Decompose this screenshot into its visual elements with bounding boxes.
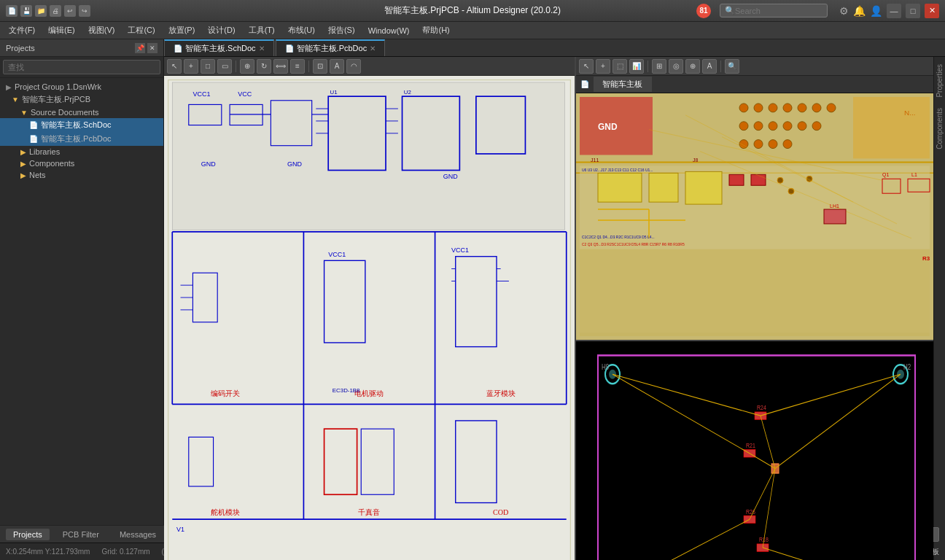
notification-icon[interactable]: 🔔 — [853, 5, 866, 17]
menu-window[interactable]: Window(W) — [362, 25, 416, 36]
settings-icon[interactable]: ⚙ — [839, 5, 849, 17]
tab-projects[interactable]: Projects — [6, 529, 50, 540]
pcb-select-tool[interactable]: ↖ — [579, 59, 594, 74]
menu-help[interactable]: 帮助(H) — [416, 23, 455, 37]
menu-place[interactable]: 放置(P) — [163, 23, 201, 37]
sch-rotate-tool[interactable]: ↻ — [257, 59, 271, 74]
file-icon[interactable]: 📄 — [6, 5, 18, 17]
pcb-chart-tool[interactable]: 📊 — [629, 59, 644, 74]
project-group-label: Project Group 1.DsnWrk — [15, 82, 101, 91]
menu-file[interactable]: 文件(F) — [3, 23, 41, 37]
pad-4 — [783, 104, 792, 112]
pcb-top-svg: GND — [576, 93, 933, 340]
folder-icon[interactable]: 📁 — [35, 5, 47, 17]
pcb-route-tool[interactable]: ⊞ — [652, 59, 666, 74]
components-tab[interactable]: Components — [934, 104, 945, 154]
notification-badge[interactable]: 81 — [696, 4, 711, 18]
sheet-label-6: COD — [493, 508, 508, 516]
pcb-main-tab[interactable]: 智能车主板 — [594, 77, 652, 92]
search-box[interactable]: 🔍 — [720, 4, 828, 18]
h9-label: H9 — [602, 363, 609, 371]
sch-wire-tool[interactable]: □ — [201, 59, 215, 74]
menu-tools[interactable]: 工具(T) — [243, 23, 281, 37]
maximize-button[interactable]: □ — [906, 4, 920, 18]
pad-13 — [812, 122, 821, 131]
pcb-toolbar-sep-2 — [720, 61, 721, 72]
tree-source-docs[interactable]: ▼ Source Documents — [0, 106, 163, 118]
pcb-component-view[interactable]: GND — [576, 93, 933, 341]
pin-button[interactable]: 📌 — [135, 43, 145, 53]
redo-icon[interactable]: ↪ — [79, 5, 90, 17]
tree-components[interactable]: ▶ Components — [0, 158, 163, 169]
search-input[interactable] — [735, 7, 822, 15]
close-button[interactable]: ✕ — [925, 4, 939, 18]
j8-label: J8 — [693, 158, 699, 163]
components-label: Components — [29, 159, 74, 168]
undo-icon[interactable]: ↩ — [64, 5, 76, 17]
tree-project-group[interactable]: ▶ Project Group 1.DsnWrk — [0, 81, 163, 93]
pcb-tab-close[interactable]: ✕ — [370, 44, 376, 52]
menu-project[interactable]: 工程(C) — [122, 23, 160, 37]
menu-view[interactable]: 视图(V) — [82, 23, 121, 37]
sch-toolbar: ↖ + □ ▭ ⊕ ↻ ⟺ ≡ ⊡ A ◠ — [164, 57, 575, 76]
pcb-tab-label: 智能车主板.PcbDoc — [297, 43, 368, 54]
save-icon[interactable]: 💾 — [20, 5, 32, 17]
tree-sch-file[interactable]: 📄 智能车主板.SchDoc — [0, 118, 163, 132]
sch-file-icon: 📄 — [29, 121, 38, 129]
pcb-pad-tool[interactable]: ⊕ — [685, 59, 700, 74]
sch-tab-close[interactable]: ✕ — [259, 44, 265, 52]
sch-text-tool[interactable]: A — [330, 59, 344, 74]
properties-tab[interactable]: Properties — [934, 60, 945, 102]
component-dense-text-3: C2 Q3 Q5...D3 R2SC1C1UC9 D5L4 R8R C15R7 … — [582, 242, 685, 246]
tree-project[interactable]: ▼ 智能车主板.PrjPCB — [0, 93, 163, 106]
sch-zoom-fit[interactable]: ⊡ — [313, 59, 327, 74]
ic-pcb-3 — [685, 171, 722, 204]
minimize-button[interactable]: — — [887, 4, 901, 18]
tree-libraries[interactable]: ▶ Libraries — [0, 146, 163, 158]
schematic-canvas[interactable]: VCC1 VCC — [164, 76, 575, 560]
source-docs-folder-icon: ▼ — [20, 109, 28, 117]
tab-pcb-filter[interactable]: PCB Filter — [55, 529, 106, 540]
sch-add-tool[interactable]: + — [184, 59, 198, 74]
pad-3 — [769, 104, 777, 112]
pcb-via-tool[interactable]: ◎ — [669, 59, 683, 74]
user-icon[interactable]: 👤 — [870, 5, 882, 17]
tab-messages[interactable]: Messages — [112, 529, 163, 540]
lh1-label: LH1 — [830, 203, 839, 209]
pcb-layout-view[interactable]: R24 R21 R26 R18 — [576, 341, 933, 560]
print-icon[interactable]: 🖨 — [50, 5, 61, 17]
close-panel-button[interactable]: ✕ — [147, 43, 158, 53]
menu-design[interactable]: 设计(D) — [202, 23, 241, 37]
sch-select-tool[interactable]: ↖ — [167, 59, 182, 74]
pad-12 — [798, 122, 806, 131]
menu-route[interactable]: 布线(U) — [282, 23, 321, 37]
status-coords: X:0.254mm Y:121.793mm — [6, 548, 90, 556]
menu-report[interactable]: 报告(S) — [322, 23, 361, 37]
pcb-3d-tool[interactable]: ⬚ — [612, 59, 627, 74]
tab-sch[interactable]: 📄 智能车主板.SchDoc ✕ — [164, 39, 274, 56]
project-search-input[interactable] — [3, 60, 160, 74]
component-dense-text-2: C1C2C2 Q1 D4...D3 R2C R1C1UC9 D5 L4... — [582, 235, 655, 239]
sch-bus-tool[interactable]: ▭ — [217, 59, 232, 74]
pcb-add-tool[interactable]: + — [596, 59, 610, 74]
pcb-file-icon-tab: 📄 — [576, 80, 594, 88]
sch-mirror-tool[interactable]: ⟺ — [273, 59, 288, 74]
tree-nets[interactable]: ▶ Nets — [0, 169, 163, 181]
sch-arc-tool[interactable]: ◠ — [346, 59, 361, 74]
menu-edit[interactable]: 编辑(E) — [42, 23, 81, 37]
components-folder-icon: ▶ — [20, 160, 26, 168]
pad-5 — [798, 104, 806, 112]
pcb-zoom-tool[interactable]: 🔍 — [725, 59, 739, 74]
pcb-text-tool[interactable]: A — [702, 59, 717, 74]
sch-move-tool[interactable]: ⊕ — [240, 59, 254, 74]
tree-pcb-file[interactable]: 📄 智能车主板.PcbDoc — [0, 132, 163, 146]
sch-align-tool[interactable]: ≡ — [290, 59, 305, 74]
sheet-label-3: 蓝牙模块 — [486, 389, 516, 397]
pcb-doc-icon: 📄 — [285, 44, 294, 52]
tab-pcb[interactable]: 📄 智能车主板.PcbDoc ✕ — [276, 39, 386, 56]
gnd-label-2: GND — [287, 160, 303, 168]
schematic-panel: ↖ + □ ▭ ⊕ ↻ ⟺ ≡ ⊡ A ◠ — [164, 57, 576, 560]
pcb-tab-bar: 📄 智能车主板 — [576, 76, 933, 93]
pad-17 — [783, 140, 792, 149]
sheet-label-4: 舵机模块 — [211, 508, 240, 516]
